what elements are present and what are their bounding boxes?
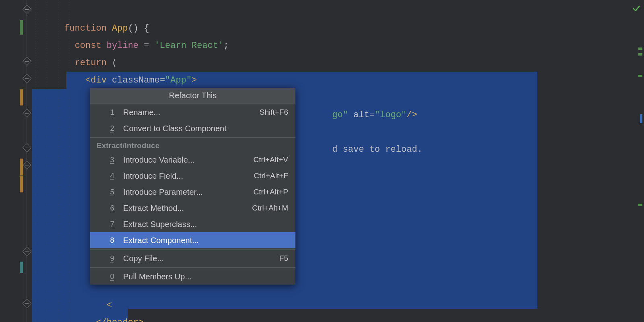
code-line: <header className="App-header"> <box>32 72 261 89</box>
popup-item-label: Rename... <box>123 108 260 117</box>
popup-item-label: Introduce Field... <box>123 171 254 181</box>
popup-item-shortcut: Ctrl+Alt+P <box>253 188 288 196</box>
popup-item-number: 8 <box>90 236 123 245</box>
popup-item-extract-method[interactable]: 6 Extract Method... Ctrl+Alt+M <box>90 200 295 216</box>
popup-item-number: 2 <box>90 124 123 133</box>
popup-section-header: Extract/Introduce <box>90 137 295 152</box>
popup-item-convert-to-class[interactable]: 2 Convert to Class Component <box>90 120 295 136</box>
popup-item-number: 4 <box>90 171 123 180</box>
popup-item-shortcut: Ctrl+Alt+M <box>252 204 288 213</box>
popup-item-introduce-field[interactable]: 4 Introduce Field... Ctrl+Alt+F <box>90 168 295 184</box>
refactor-this-popup[interactable]: Refactor This 1 Rename... Shift+F6 2 Con… <box>90 88 295 285</box>
rail-marker[interactable] <box>640 114 642 123</box>
popup-item-label: Pull Members Up... <box>123 272 288 281</box>
popup-item-extract-component[interactable]: 8 Extract Component... <box>90 232 295 248</box>
popup-item-number: 5 <box>90 188 123 196</box>
popup-item-shortcut: Shift+F6 <box>260 108 288 117</box>
popup-item-number: 9 <box>90 254 123 263</box>
popup-item-introduce-variable[interactable]: 3 Introduce Variable... Ctrl+Alt+V <box>90 152 295 168</box>
popup-item-label: Extract Method... <box>123 204 252 213</box>
popup-item-number: 1 <box>90 108 123 117</box>
popup-item-label: Convert to Class Component <box>123 124 288 133</box>
popup-item-label: Introduce Parameter... <box>123 188 253 197</box>
code-line: <div className="App"> <box>32 54 197 72</box>
popup-item-rename[interactable]: 1 Rename... Shift+F6 <box>90 104 295 120</box>
popup-item-label: Copy File... <box>123 254 279 263</box>
popup-item-shortcut: Ctrl+Alt+V <box>253 155 288 164</box>
popup-item-shortcut: Ctrl+Alt+F <box>254 171 288 180</box>
popup-item-copy-file[interactable]: 9 Copy File... F5 <box>90 250 295 266</box>
popup-item-number: 6 <box>90 204 123 213</box>
rail-marker[interactable] <box>638 204 642 206</box>
popup-item-label: Extract Component... <box>123 236 288 245</box>
popup-separator <box>90 267 295 268</box>
popup-item-extract-superclass[interactable]: 7 Extract Superclass... <box>90 216 295 232</box>
popup-item-number: 0 <box>90 272 123 281</box>
code-line: d save to reload. <box>300 124 423 141</box>
popup-item-label: Introduce Variable... <box>123 155 253 165</box>
popup-separator <box>90 249 295 250</box>
rail-marker[interactable] <box>638 47 642 50</box>
code-line: return ( <box>32 37 117 54</box>
popup-title: Refactor This <box>90 88 295 104</box>
code-line: </header> <box>32 297 144 314</box>
rail-marker[interactable] <box>638 53 642 56</box>
code-editor[interactable]: function App() { const byline = 'Learn R… <box>0 0 644 322</box>
inspection-ok-icon[interactable] <box>632 4 641 13</box>
editor-right-rail <box>630 0 644 322</box>
popup-item-pull-members-up[interactable]: 0 Pull Members Up... <box>90 268 295 285</box>
code-line: go" alt="logo"/> <box>300 89 417 106</box>
popup-item-label: Extract Superclass... <box>123 220 288 229</box>
rail-marker[interactable] <box>638 75 642 77</box>
popup-item-introduce-parameter[interactable]: 5 Introduce Parameter... Ctrl+Alt+P <box>90 184 295 200</box>
popup-item-number: 7 <box>90 220 123 229</box>
code-line: const byline = 'Learn React'; <box>32 20 229 37</box>
popup-item-number: 3 <box>90 155 123 164</box>
popup-item-shortcut: F5 <box>279 254 288 263</box>
code-line: function App() { <box>32 2 149 20</box>
